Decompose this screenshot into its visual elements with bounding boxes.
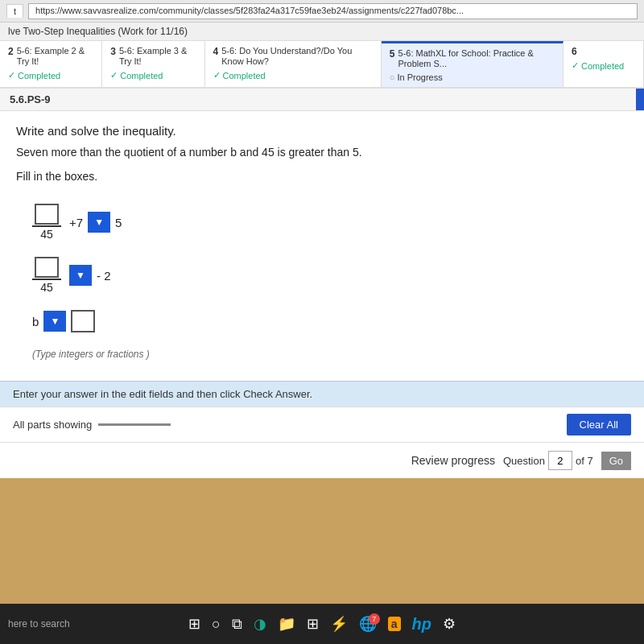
fraction-line-1 <box>32 225 61 227</box>
tab-status-2: ✓ Completed <box>8 70 93 80</box>
tab-status-label-2: Completed <box>18 71 60 80</box>
question-of-label: of 7 <box>576 455 593 467</box>
nav-tab-4[interactable]: 4 5-6: Do You Understand?/Do You Know Ho… <box>205 41 382 87</box>
browser-bar: t https://www.savvasrealize.com/communit… <box>0 0 644 23</box>
fraction-denominator-1: 45 <box>40 228 53 241</box>
tab-status-4: ✓ Completed <box>213 70 373 80</box>
answer-input[interactable] <box>73 316 93 328</box>
dropdown-arrow-3: ▼ <box>50 316 60 327</box>
tab-status-label-4: Completed <box>223 71 266 80</box>
all-parts-showing: All parts showing <box>13 419 171 431</box>
dropdown-3[interactable]: ▼ <box>43 311 66 332</box>
page-title: lve Two-Step Inequalities (Work for 11/1… <box>8 26 188 37</box>
tab-status-label-6: Completed <box>581 61 624 71</box>
taskbar-left: here to search <box>8 618 70 630</box>
task-view-icon[interactable]: ⧉ <box>232 616 242 633</box>
tab-title-5: 5-6: MathXL for School: Practice & Probl… <box>398 48 555 69</box>
fraction-2: 45 <box>32 257 61 294</box>
type-hint: (Type integers or fractions ) <box>32 349 612 360</box>
value-2: - 2 <box>97 269 111 283</box>
tab-status-6: ✓ Completed <box>572 60 635 71</box>
section-accent <box>636 89 644 110</box>
check-icon-6: ✓ <box>572 60 579 71</box>
taskbar: here to search ⊞ ○ ⧉ ◑ 📁 ⊞ ⚡ 🌐 7 a hp ⚙ <box>0 604 644 644</box>
tab-num-5: 5 <box>390 48 395 60</box>
problem-instruction: Write and solve the inequality. <box>16 124 628 138</box>
fraction-numerator-1[interactable] <box>35 204 59 225</box>
math-row-1: 45 +7 ▼ 5 <box>32 204 612 241</box>
url-bar[interactable]: https://www.savvasrealize.com/community/… <box>28 3 638 19</box>
tab-status-5: ○ In Progress <box>390 72 555 82</box>
question-number-input[interactable] <box>548 451 572 470</box>
info-bar: Enter your answer in the edit fields and… <box>0 381 644 407</box>
tab-num-3: 3 <box>110 46 116 57</box>
dropdown-2[interactable]: ▼ <box>69 265 92 286</box>
amazon-icon[interactable]: a <box>388 617 401 631</box>
value-1: 5 <box>115 216 122 229</box>
fraction-1: 45 <box>32 204 61 241</box>
section-label-bar: 5.6.PS-9 <box>0 89 644 111</box>
math-area: 45 +7 ▼ 5 45 ▼ <box>16 196 628 368</box>
lightning-icon[interactable]: ⚡ <box>330 615 348 633</box>
nav-tab-6[interactable]: 6 ✓ Completed <box>564 41 644 87</box>
circle-icon-5: ○ <box>390 72 395 82</box>
fill-boxes-label: Fill in the boxes. <box>16 170 628 183</box>
tab-status-label-3: Completed <box>120 71 163 80</box>
url-text: https://www.savvasrealize.com/community/… <box>35 6 464 15</box>
tab-title-3: 5-6: Example 3 & Try It! <box>119 46 196 67</box>
folder-icon[interactable]: 📁 <box>278 615 295 633</box>
dropdown-arrow-2: ▼ <box>76 270 85 281</box>
tab-status-3: ✓ Completed <box>110 70 196 80</box>
nav-tab-3[interactable]: 3 5-6: Example 3 & Try It! ✓ Completed <box>102 41 204 87</box>
edge-icon[interactable]: ◑ <box>254 615 266 633</box>
question-nav: Question of 7 <box>503 451 593 470</box>
fraction-denominator-2: 45 <box>40 281 53 294</box>
windows-icon[interactable]: ⊞ <box>188 615 200 633</box>
main-content: Write and solve the inequality. Seven mo… <box>0 111 644 381</box>
taskbar-search-text: here to search <box>8 618 70 630</box>
search-hint-text: here to search <box>8 618 70 630</box>
fraction-input-2[interactable] <box>37 262 56 274</box>
go-button[interactable]: Go <box>601 452 631 470</box>
operator-1: +7 <box>69 216 83 229</box>
taskbar-center: ⊞ ○ ⧉ ◑ 📁 ⊞ ⚡ 🌐 7 a hp ⚙ <box>188 615 456 634</box>
bottom-bar: All parts showing Clear All <box>0 407 644 442</box>
check-icon-3: ✓ <box>110 70 118 80</box>
math-row-2: 45 ▼ - 2 <box>32 257 612 294</box>
tab-status-label-5: In Progress <box>397 72 442 82</box>
all-parts-label: All parts showing <box>13 419 92 431</box>
variable-b: b <box>32 315 39 328</box>
browser2-icon[interactable]: 🌐 7 <box>359 615 377 633</box>
check-icon-2: ✓ <box>8 70 15 80</box>
tab-title-4: 5-6: Do You Understand?/Do You Know How? <box>221 46 373 67</box>
tab-num-2: 2 <box>8 46 14 57</box>
problem-question: Seven more than the quotient of a number… <box>16 146 628 159</box>
question-label: Question <box>503 455 545 467</box>
store-icon[interactable]: ⊞ <box>307 615 319 633</box>
info-bar-text: Enter your answer in the edit fields and… <box>13 388 312 400</box>
dropdown-arrow-1: ▼ <box>94 217 104 228</box>
tab-num-6: 6 <box>572 46 577 57</box>
page-title-bar: lve Two-Step Inequalities (Work for 11/1… <box>0 23 644 41</box>
cortana-icon[interactable]: ○ <box>212 616 221 633</box>
section-label: 5.6.PS-9 <box>0 89 636 110</box>
tab-num-4: 4 <box>213 46 219 57</box>
hp-icon[interactable]: hp <box>412 615 431 634</box>
nav-tab-5[interactable]: 5 5-6: MathXL for School: Practice & Pro… <box>382 41 564 87</box>
dropdown-1[interactable]: ▼ <box>88 212 110 233</box>
fraction-numerator-2[interactable] <box>35 257 59 278</box>
nav-tab-2[interactable]: 2 5-6: Example 2 & Try It! ✓ Completed <box>0 41 102 87</box>
check-icon-4: ✓ <box>213 70 221 80</box>
progress-line <box>98 423 171 426</box>
review-bar: Review progress Question of 7 Go <box>0 442 644 478</box>
answer-box[interactable] <box>71 310 95 332</box>
section-id: 5.6.PS-9 <box>10 93 51 105</box>
clear-all-button[interactable]: Clear All <box>567 414 631 436</box>
tab-title-2: 5-6: Example 2 & Try It! <box>17 46 94 67</box>
taskbar-badge: 7 <box>369 613 380 625</box>
settings-icon[interactable]: ⚙ <box>443 615 456 633</box>
review-progress-text: Review progress <box>411 454 495 467</box>
fraction-input-1[interactable] <box>37 208 56 221</box>
fraction-line-2 <box>32 279 61 280</box>
browser-tab[interactable]: t <box>6 4 23 18</box>
